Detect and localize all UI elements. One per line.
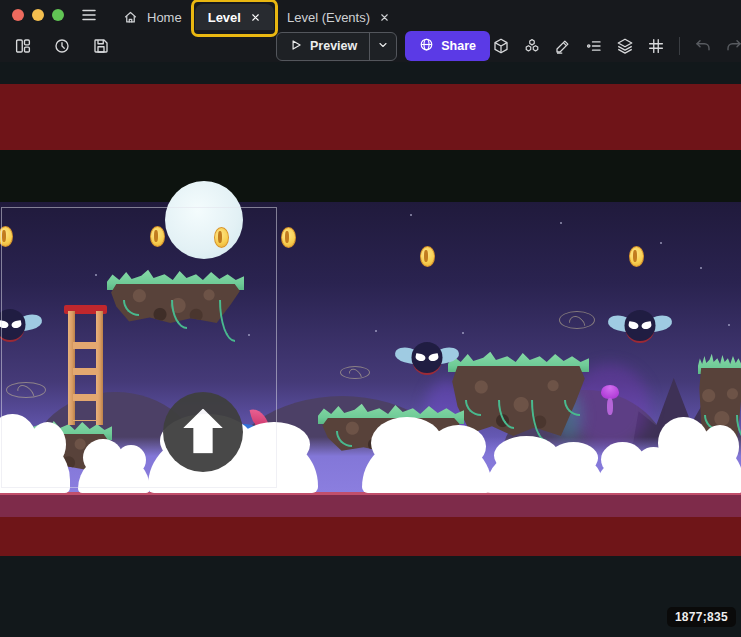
save-icon[interactable]	[88, 33, 114, 59]
preview-button-label: Preview	[310, 39, 357, 53]
redo-icon[interactable]	[723, 35, 741, 57]
jump-button-sprite[interactable]	[163, 392, 243, 472]
coin-sprite[interactable]	[281, 227, 296, 248]
preview-split-button: Preview	[276, 32, 397, 61]
maximize-window-button[interactable]	[52, 9, 64, 21]
coin-slot	[633, 250, 637, 262]
star	[660, 242, 662, 244]
tab-level-events-label: Level (Events)	[287, 10, 370, 25]
gdevelop-window: Home Level Level (Events)	[0, 0, 741, 637]
undo-icon[interactable]	[692, 35, 714, 57]
history-icon[interactable]	[49, 33, 75, 59]
window-controls	[0, 9, 74, 21]
toolbar-separator	[679, 37, 680, 55]
tab-level-events[interactable]: Level (Events)	[274, 4, 403, 30]
coin-slot	[285, 231, 289, 243]
preview-button[interactable]: Preview	[277, 33, 369, 60]
properties-icon[interactable]	[552, 35, 574, 57]
bat-eye	[428, 353, 439, 362]
star	[560, 222, 562, 224]
bat-eye	[415, 353, 426, 362]
close-tab-icon[interactable]	[250, 12, 261, 23]
eye-decal	[559, 311, 595, 329]
preview-options-dropdown[interactable]	[369, 33, 396, 60]
tab-bar: Home Level Level (Events)	[0, 0, 741, 30]
minimize-window-button[interactable]	[32, 9, 44, 21]
share-button-label: Share	[441, 39, 476, 53]
globe-icon	[419, 37, 434, 55]
grid-icon[interactable]	[645, 35, 667, 57]
star	[728, 324, 730, 326]
eye-decal-inner	[566, 313, 589, 336]
mushroom-stem	[607, 398, 613, 415]
editor-toolbar: Preview Share	[0, 30, 741, 62]
coin-sprite[interactable]	[420, 246, 435, 267]
cloud-sprite[interactable]	[652, 438, 741, 493]
tab-home-label: Home	[147, 10, 182, 25]
coin-slot	[424, 250, 428, 262]
eye-decal	[340, 366, 370, 379]
tab-level-label: Level	[208, 10, 241, 25]
layers-icon[interactable]	[614, 35, 636, 57]
play-icon	[289, 38, 303, 55]
cursor-coordinates-badge: 1877;835	[667, 607, 736, 627]
bat-enemy[interactable]	[395, 340, 459, 380]
cloud-sprite[interactable]	[486, 452, 604, 493]
bat-eye	[641, 321, 652, 330]
bat-body	[625, 310, 656, 341]
up-arrow-icon	[182, 409, 224, 454]
star	[700, 267, 702, 269]
bat-body	[412, 342, 443, 373]
star	[410, 214, 412, 216]
scene-layer	[0, 62, 741, 637]
tab-home[interactable]: Home	[110, 4, 195, 30]
mushroom-sprite[interactable]	[601, 385, 619, 415]
close-window-button[interactable]	[12, 9, 24, 21]
bat-eye	[628, 321, 639, 330]
share-button[interactable]: Share	[405, 31, 490, 61]
bat-enemy[interactable]	[608, 308, 672, 348]
main-menu-icon[interactable]	[76, 2, 102, 28]
home-icon	[123, 10, 138, 25]
star	[375, 330, 377, 332]
star	[462, 332, 464, 334]
close-tab-icon[interactable]	[379, 12, 390, 23]
chevron-down-icon	[377, 37, 389, 55]
object-groups-icon[interactable]	[521, 35, 543, 57]
cloud-sprite[interactable]	[362, 438, 492, 493]
island-platform[interactable]	[448, 350, 589, 436]
instances-list-icon[interactable]	[583, 35, 605, 57]
tab-level[interactable]: Level	[195, 4, 274, 30]
eye-decal-inner	[346, 367, 363, 384]
coin-sprite[interactable]	[629, 246, 644, 267]
scene-editor-canvas[interactable]: 1877;835	[0, 62, 741, 637]
objects-panel-icon[interactable]	[490, 35, 512, 57]
project-manager-icon[interactable]	[10, 33, 36, 59]
